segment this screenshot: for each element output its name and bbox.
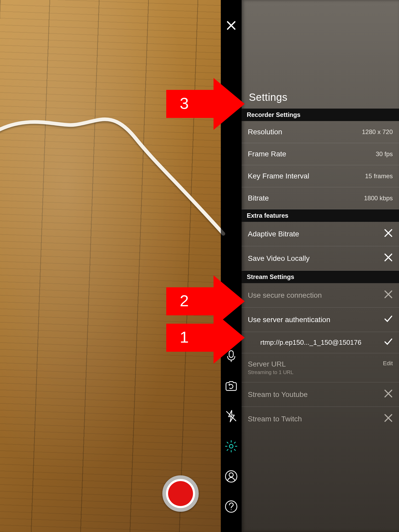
row-server-url[interactable]: Server URL Streaming to 1 URL Edit — [242, 353, 399, 382]
row-value: 1800 kbps — [364, 195, 393, 202]
row-label: Resolution — [248, 128, 282, 136]
row-bitrate[interactable]: Bitrate 1800 kbps — [242, 187, 399, 209]
section-header-recorder: Recorder Settings — [242, 109, 399, 121]
row-value: 30 fps — [376, 150, 393, 158]
row-label: Save Video Locally — [248, 254, 310, 263]
row-keyframe[interactable]: Key Frame Interval 15 frames — [242, 165, 399, 187]
row-label: Server URL — [248, 360, 294, 368]
settings-gear-icon[interactable] — [223, 438, 239, 454]
svg-point-3 — [229, 473, 233, 477]
record-button-inner — [168, 481, 193, 506]
row-server-authentication[interactable]: Use server authentication — [242, 308, 399, 332]
row-label: Stream to Twitch — [248, 415, 302, 423]
settings-panel: Settings Recorder Settings Resolution 12… — [242, 0, 399, 532]
row-label: Key Frame Interval — [248, 172, 309, 180]
camera-preview[interactable] — [0, 0, 221, 532]
x-icon — [384, 253, 393, 264]
section-header-extra: Extra features — [242, 209, 399, 222]
help-icon[interactable] — [223, 499, 239, 514]
row-secure-connection[interactable]: Use secure connection — [242, 283, 399, 308]
check-icon — [384, 337, 393, 348]
row-framerate[interactable]: Frame Rate 30 fps — [242, 143, 399, 165]
row-label: rtmp://p.ep150..._1_150@150176 — [260, 338, 361, 347]
profile-icon[interactable] — [223, 469, 239, 484]
row-adaptive-bitrate[interactable]: Adaptive Bitrate — [242, 222, 399, 246]
switch-camera-icon[interactable] — [223, 378, 239, 394]
row-label: Frame Rate — [248, 150, 286, 158]
row-stream-youtube[interactable]: Stream to Youtube — [242, 382, 399, 407]
row-rtmp-url[interactable]: rtmp://p.ep150..._1_150@150176 — [242, 332, 399, 353]
row-value: 15 frames — [365, 172, 393, 180]
svg-rect-0 — [229, 351, 233, 357]
row-label: Stream to Youtube — [248, 390, 308, 399]
row-label: Bitrate — [248, 194, 269, 202]
record-button[interactable] — [162, 475, 199, 512]
row-save-video-locally[interactable]: Save Video Locally — [242, 246, 399, 271]
cable-graphic — [0, 104, 249, 239]
mic-icon[interactable] — [223, 348, 239, 364]
row-sublabel: Streaming to 1 URL — [248, 369, 294, 375]
x-icon — [384, 414, 393, 424]
row-label: Adaptive Bitrate — [248, 230, 299, 238]
row-stream-twitch[interactable]: Stream to Twitch — [242, 407, 399, 431]
close-icon[interactable] — [223, 18, 239, 33]
row-label: Use secure connection — [248, 291, 322, 300]
edit-button[interactable]: Edit — [383, 360, 393, 367]
x-icon — [384, 229, 393, 239]
check-icon — [384, 314, 393, 325]
row-value: 1280 x 720 — [362, 128, 393, 136]
row-label: Use server authentication — [248, 316, 330, 324]
panel-title: Settings — [249, 91, 288, 103]
flash-off-icon[interactable] — [223, 408, 239, 424]
x-icon — [384, 290, 393, 301]
row-resolution[interactable]: Resolution 1280 x 720 — [242, 121, 399, 143]
tool-strip — [221, 0, 242, 532]
x-icon — [384, 389, 393, 400]
svg-point-1 — [229, 444, 233, 448]
svg-point-5 — [231, 509, 232, 510]
section-header-stream: Stream Settings — [242, 271, 399, 283]
